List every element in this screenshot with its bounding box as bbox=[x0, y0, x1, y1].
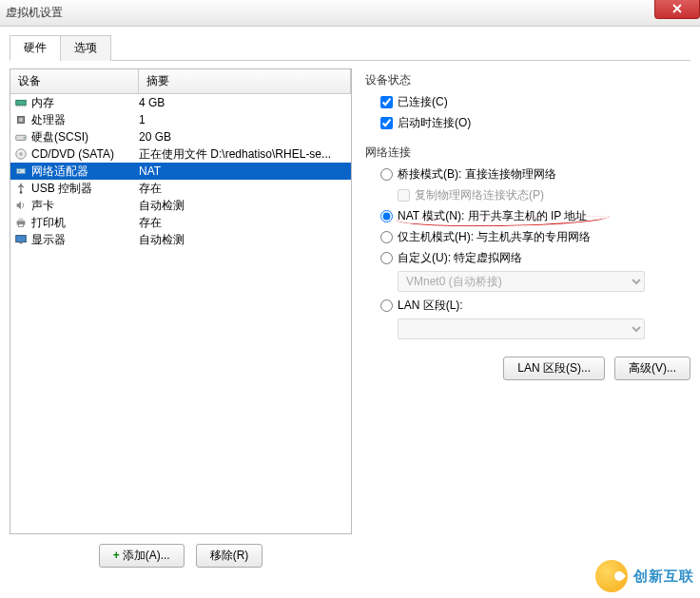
svg-point-10 bbox=[20, 153, 23, 156]
svg-rect-12 bbox=[18, 170, 20, 172]
row-processor[interactable]: 处理器 1 bbox=[10, 111, 351, 128]
custom-radio-row[interactable]: 自定义(U): 特定虚拟网络 bbox=[380, 250, 690, 266]
device-list: 设备 摘要 内存 4 GB 处理器 1 硬盘(SCSI) 20 GB bbox=[10, 68, 352, 534]
sound-icon bbox=[12, 199, 29, 212]
close-icon bbox=[671, 3, 683, 14]
remove-button[interactable]: 移除(R) bbox=[196, 544, 263, 568]
watermark-text: 创新互联 bbox=[633, 568, 694, 586]
usb-icon bbox=[12, 182, 29, 195]
right-panel: 设备状态 已连接(C) 启动时连接(O) 网络连接 bbox=[365, 68, 690, 568]
nat-radio[interactable] bbox=[380, 210, 393, 222]
display-icon bbox=[12, 233, 29, 246]
cpu-icon bbox=[12, 113, 29, 126]
advanced-button[interactable]: 高级(V)... bbox=[614, 357, 690, 380]
tab-bar: 硬件 选项 bbox=[10, 34, 690, 61]
svg-rect-16 bbox=[18, 224, 23, 227]
custom-vmnet-select: VMnet0 (自动桥接) bbox=[398, 271, 645, 292]
svg-rect-4 bbox=[25, 106, 26, 107]
poweron-checkbox[interactable] bbox=[380, 117, 393, 129]
printer-icon bbox=[12, 216, 29, 229]
svg-rect-1 bbox=[17, 106, 18, 107]
row-printer[interactable]: 打印机 存在 bbox=[10, 214, 351, 231]
row-memory[interactable]: 内存 4 GB bbox=[10, 94, 351, 111]
svg-rect-2 bbox=[19, 106, 20, 107]
tab-hardware[interactable]: 硬件 bbox=[10, 35, 61, 61]
watermark-icon bbox=[595, 560, 628, 592]
nat-radio-row[interactable]: NAT 模式(N): 用于共享主机的 IP 地址 bbox=[380, 208, 690, 224]
left-buttons: +添加(A)... 移除(R) bbox=[10, 544, 352, 568]
disc-icon bbox=[12, 147, 29, 161]
replicate-checkbox-row: 复制物理网络连接状态(P) bbox=[398, 187, 690, 203]
memory-icon bbox=[12, 96, 29, 109]
add-button[interactable]: +添加(A)... bbox=[99, 544, 185, 568]
custom-radio[interactable] bbox=[380, 252, 393, 264]
titlebar: 虚拟机设置 bbox=[0, 0, 700, 27]
lan-segments-button[interactable]: LAN 区段(S)... bbox=[503, 357, 605, 380]
lan-radio[interactable] bbox=[380, 299, 393, 312]
row-network-adapter[interactable]: 网络适配器 NAT bbox=[10, 163, 351, 180]
row-harddisk[interactable]: 硬盘(SCSI) 20 GB bbox=[10, 128, 351, 145]
plus-icon: + bbox=[113, 549, 120, 562]
harddisk-icon bbox=[12, 130, 29, 144]
lan-segment-select bbox=[398, 318, 645, 339]
svg-rect-3 bbox=[22, 106, 23, 107]
svg-rect-17 bbox=[16, 236, 27, 242]
row-soundcard[interactable]: 声卡 自动检测 bbox=[10, 197, 351, 214]
replicate-checkbox bbox=[398, 189, 410, 202]
bridged-radio-row[interactable]: 桥接模式(B): 直接连接物理网络 bbox=[380, 166, 690, 183]
svg-rect-15 bbox=[18, 219, 23, 222]
network-title: 网络连接 bbox=[365, 145, 690, 161]
hostonly-radio-row[interactable]: 仅主机模式(H): 与主机共享的专用网络 bbox=[380, 229, 690, 245]
right-buttons: LAN 区段(S)... 高级(V)... bbox=[365, 357, 690, 380]
list-header: 设备 摘要 bbox=[10, 69, 351, 94]
row-cddvd[interactable]: CD/DVD (SATA) 正在使用文件 D:\redhatiso\RHEL-s… bbox=[10, 145, 351, 163]
poweron-checkbox-row[interactable]: 启动时连接(O) bbox=[380, 115, 690, 131]
network-connection-group: 网络连接 桥接模式(B): 直接连接物理网络 复制物理网络连接状态(P) NAT… bbox=[365, 145, 690, 339]
watermark: 创新互联 bbox=[595, 560, 694, 592]
header-device[interactable]: 设备 bbox=[10, 69, 139, 93]
row-display[interactable]: 显示器 自动检测 bbox=[10, 231, 351, 248]
svg-rect-11 bbox=[17, 168, 26, 173]
device-status-title: 设备状态 bbox=[365, 72, 690, 88]
svg-rect-6 bbox=[19, 118, 23, 122]
connected-checkbox-row[interactable]: 已连接(C) bbox=[380, 94, 690, 110]
svg-rect-0 bbox=[16, 100, 27, 105]
left-panel: 设备 摘要 内存 4 GB 处理器 1 硬盘(SCSI) 20 GB bbox=[10, 68, 352, 568]
window-title: 虚拟机设置 bbox=[6, 5, 63, 21]
svg-point-8 bbox=[24, 137, 26, 139]
dialog-content: 硬件 选项 设备 摘要 内存 4 GB 处理器 1 bbox=[0, 27, 700, 598]
svg-rect-18 bbox=[19, 242, 23, 244]
row-usb[interactable]: USB 控制器 存在 bbox=[10, 180, 351, 197]
device-status-group: 设备状态 已连接(C) 启动时连接(O) bbox=[365, 72, 690, 131]
header-summary[interactable]: 摘要 bbox=[139, 69, 351, 93]
network-icon bbox=[12, 164, 29, 178]
lan-radio-row[interactable]: LAN 区段(L): bbox=[380, 298, 690, 314]
hostonly-radio[interactable] bbox=[380, 231, 393, 243]
bridged-radio[interactable] bbox=[380, 168, 393, 181]
close-button[interactable] bbox=[654, 0, 700, 19]
tab-options[interactable]: 选项 bbox=[60, 35, 111, 61]
connected-checkbox[interactable] bbox=[380, 96, 393, 108]
svg-point-13 bbox=[20, 191, 23, 194]
